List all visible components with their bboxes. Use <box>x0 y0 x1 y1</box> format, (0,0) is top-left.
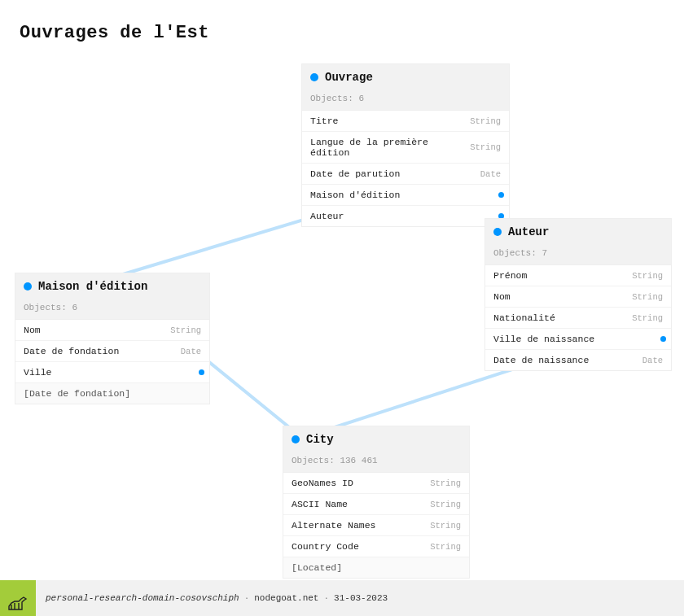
node-header[interactable]: Ouvrage <box>302 63 509 90</box>
field-row[interactable]: Date de fondationDate <box>15 341 209 362</box>
node-objects-count: Objects: 136 461 <box>283 452 469 473</box>
node-dot-icon <box>493 228 502 236</box>
field-label: Prénom <box>493 270 527 281</box>
link-dot-icon <box>660 336 666 342</box>
field-type: String <box>632 313 663 323</box>
footer-date: 31-03-2023 <box>334 593 388 603</box>
field-row[interactable]: Maison d'édition <box>302 185 509 206</box>
field-row-sub[interactable]: [Located] <box>283 557 469 578</box>
field-label: Nom <box>24 325 41 335</box>
field-type: String <box>470 116 501 126</box>
node-title: Maison d'édition <box>38 280 147 293</box>
field-label: Ville de naissance <box>493 334 594 344</box>
node-dot-icon <box>292 435 300 443</box>
field-type: String <box>170 325 201 335</box>
field-row[interactable]: TitreString <box>302 111 509 132</box>
field-row[interactable]: NomString <box>485 286 671 308</box>
footer: personal-research-domain-cosovschiph · n… <box>0 580 684 616</box>
node-ouvrage[interactable]: Ouvrage Objects: 6 TitreString Langue de… <box>301 63 510 227</box>
field-label: GeoNames ID <box>292 478 353 488</box>
field-label: Ville <box>24 367 52 378</box>
goat-logo-icon <box>0 580 36 616</box>
node-header[interactable]: City <box>283 426 469 452</box>
field-type: String <box>470 142 501 152</box>
field-row[interactable]: Ville <box>15 362 209 383</box>
page-title: Ouvrages de l'Est <box>20 23 209 43</box>
field-row[interactable]: Ville de naissance <box>485 329 671 350</box>
field-label: Maison d'édition <box>310 190 400 200</box>
footer-site: nodegoat.net <box>254 593 318 603</box>
field-label: Auteur <box>310 211 344 221</box>
field-row[interactable]: NationalitéString <box>485 308 671 329</box>
field-type: Date <box>642 356 663 365</box>
node-objects-count: Objects: 6 <box>15 299 209 320</box>
link-dot-icon <box>498 192 504 198</box>
field-row-sub[interactable]: [Date de fondation] <box>15 383 209 404</box>
node-auteur[interactable]: Auteur Objects: 7 PrénomString NomString… <box>484 218 672 371</box>
field-type: String <box>632 292 663 302</box>
field-label: Date de parution <box>310 168 400 179</box>
field-type: Date <box>480 169 501 179</box>
footer-domain: personal-research-domain-cosovschiph <box>46 593 239 603</box>
field-row[interactable]: Date de naissanceDate <box>485 350 671 370</box>
field-row[interactable]: GeoNames IDString <box>283 473 469 494</box>
node-dot-icon <box>310 73 318 81</box>
node-header[interactable]: Auteur <box>485 218 671 245</box>
field-label: Country Code <box>292 541 359 552</box>
field-label: Titre <box>310 116 339 126</box>
field-label: ASCII Name <box>292 499 348 509</box>
node-header[interactable]: Maison d'édition <box>15 273 209 299</box>
node-objects-count: Objects: 6 <box>302 90 509 111</box>
field-label: Date de naissance <box>493 355 589 365</box>
field-row[interactable]: Date de parutionDate <box>302 164 509 185</box>
node-title: City <box>306 433 334 446</box>
field-label: Alternate Names <box>292 520 376 531</box>
field-type: String <box>632 271 663 281</box>
field-row[interactable]: ASCII NameString <box>283 494 469 515</box>
field-row[interactable]: PrénomString <box>485 265 671 286</box>
field-label: Date de fondation <box>24 346 119 356</box>
field-label: Nom <box>493 291 511 302</box>
field-type: Date <box>181 347 201 356</box>
node-city[interactable]: City Objects: 136 461 GeoNames IDString … <box>283 426 470 579</box>
field-row[interactable]: Alternate NamesString <box>283 515 469 536</box>
separator: · <box>323 593 329 603</box>
field-row[interactable]: Auteur <box>302 206 509 226</box>
node-objects-count: Objects: 7 <box>485 245 671 265</box>
field-label: [Date de fondation] <box>24 388 130 399</box>
node-dot-icon <box>24 282 32 291</box>
field-row[interactable]: Langue de la première éditionString <box>302 132 509 164</box>
field-type: String <box>430 521 461 531</box>
link-dot-icon <box>199 369 204 375</box>
field-label: [Located] <box>292 562 342 573</box>
separator: · <box>244 593 250 603</box>
field-label: Nationalité <box>493 312 555 323</box>
field-type: String <box>430 478 461 488</box>
field-row[interactable]: NomString <box>15 320 209 341</box>
field-label: Langue de la première édition <box>310 137 470 158</box>
node-title: Auteur <box>508 225 549 238</box>
field-row[interactable]: Country CodeString <box>283 536 469 557</box>
field-type: String <box>430 542 461 552</box>
field-type: String <box>430 500 461 509</box>
node-maison[interactable]: Maison d'édition Objects: 6 NomString Da… <box>15 273 210 404</box>
node-title: Ouvrage <box>325 71 373 84</box>
